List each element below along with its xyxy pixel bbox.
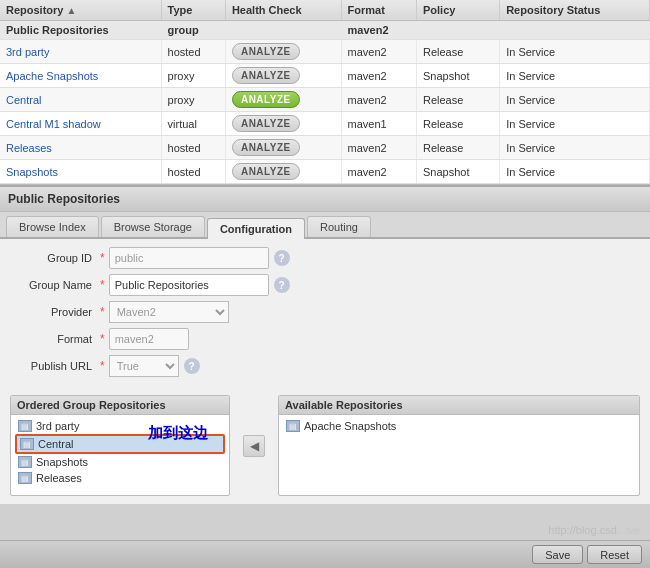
repo-item-name: Apache Snapshots: [304, 420, 396, 432]
help-icon-groupid[interactable]: ?: [274, 250, 290, 266]
group-status-cell: [500, 21, 650, 40]
row-health[interactable]: ANALYZE: [225, 160, 341, 184]
repo-icon: ▤: [18, 420, 32, 432]
watermark: http://blog.csd...ive: [548, 524, 640, 536]
footer-bar: Save Reset: [0, 540, 650, 568]
help-icon-publish[interactable]: ?: [184, 358, 200, 374]
table-row[interactable]: Central M1 shadow virtual ANALYZE maven1…: [0, 112, 650, 136]
available-panel: Available Repositories ▤Apache Snapshots: [278, 395, 640, 496]
ordered-repo-item[interactable]: ▤Snapshots: [15, 454, 225, 470]
config-form: Group ID * ? Group Name * ? Provider * M…: [0, 239, 650, 390]
group-name-row: Group Name * ?: [10, 274, 640, 296]
repo-icon: ▤: [20, 438, 34, 450]
table-row[interactable]: Apache Snapshots proxy ANALYZE maven2 Sn…: [0, 64, 650, 88]
bottom-panel: Public Repositories Browse IndexBrowse S…: [0, 185, 650, 504]
row-type: hosted: [161, 136, 225, 160]
col-repository[interactable]: Repository ▲: [0, 0, 161, 21]
group-health-cell: [225, 21, 341, 40]
row-type: proxy: [161, 64, 225, 88]
available-repo-list: ▤Apache Snapshots: [279, 415, 639, 495]
group-id-input[interactable]: [109, 247, 269, 269]
row-health[interactable]: ANALYZE: [225, 40, 341, 64]
table-row[interactable]: 3rd party hosted ANALYZE maven2 Release …: [0, 40, 650, 64]
row-format: maven2: [341, 160, 416, 184]
row-health[interactable]: ANALYZE: [225, 64, 341, 88]
repo-item-name: Releases: [36, 472, 82, 484]
ordered-panel: Ordered Group Repositories ▤3rd party▤Ce…: [10, 395, 230, 496]
tabs-bar: Browse IndexBrowse StorageConfigurationR…: [0, 212, 650, 239]
col-status: Repository Status: [500, 0, 650, 21]
tab-browse-storage[interactable]: Browse Storage: [101, 216, 205, 237]
required-star-3: *: [100, 305, 105, 319]
row-status: In Service: [500, 88, 650, 112]
format-input[interactable]: [109, 328, 189, 350]
row-format: maven2: [341, 64, 416, 88]
row-name: Snapshots: [0, 160, 161, 184]
panel-header: Public Repositories: [0, 185, 650, 212]
row-health[interactable]: ANALYZE: [225, 88, 341, 112]
repo-item-name: Central: [38, 438, 73, 450]
available-panel-header: Available Repositories: [279, 396, 639, 415]
row-health[interactable]: ANALYZE: [225, 136, 341, 160]
col-policy: Policy: [417, 0, 500, 21]
repo-item-name: Snapshots: [36, 456, 88, 468]
row-name: Apache Snapshots: [0, 64, 161, 88]
row-name: Central: [0, 88, 161, 112]
group-policy-cell: [417, 21, 500, 40]
format-label: Format: [10, 333, 100, 345]
tab-browse-index[interactable]: Browse Index: [6, 216, 99, 237]
ordered-repo-item[interactable]: ▤Central: [15, 434, 225, 454]
tab-configuration[interactable]: Configuration: [207, 218, 305, 239]
row-status: In Service: [500, 40, 650, 64]
row-format: maven1: [341, 112, 416, 136]
help-icon-groupname[interactable]: ?: [274, 277, 290, 293]
row-policy: Release: [417, 88, 500, 112]
repo-panels: Ordered Group Repositories ▤3rd party▤Ce…: [0, 390, 650, 504]
provider-select[interactable]: Maven2: [109, 301, 229, 323]
table-row-group[interactable]: Public Repositories group maven2: [0, 21, 650, 40]
ordered-repo-item[interactable]: ▤3rd party: [15, 418, 225, 434]
publish-url-select[interactable]: True: [109, 355, 179, 377]
row-type: hosted: [161, 40, 225, 64]
repo-icon: ▤: [18, 456, 32, 468]
group-name-input[interactable]: [109, 274, 269, 296]
row-policy: Snapshot: [417, 64, 500, 88]
group-id-row: Group ID * ?: [10, 247, 640, 269]
row-status: In Service: [500, 112, 650, 136]
row-status: In Service: [500, 160, 650, 184]
reset-button[interactable]: Reset: [587, 545, 642, 564]
table-row[interactable]: Central proxy ANALYZE maven2 Release In …: [0, 88, 650, 112]
available-repo-item[interactable]: ▤Apache Snapshots: [283, 418, 635, 434]
provider-row: Provider * Maven2: [10, 301, 640, 323]
row-type: hosted: [161, 160, 225, 184]
sort-arrow: ▲: [67, 5, 77, 16]
save-button[interactable]: Save: [532, 545, 583, 564]
tab-routing[interactable]: Routing: [307, 216, 371, 237]
required-star-4: *: [100, 332, 105, 346]
publish-url-row: Publish URL * True ?: [10, 355, 640, 377]
row-status: In Service: [500, 64, 650, 88]
group-type-cell: group: [161, 21, 225, 40]
required-star: *: [100, 251, 105, 265]
row-name: 3rd party: [0, 40, 161, 64]
group-id-label: Group ID: [10, 252, 100, 264]
format-row: Format *: [10, 328, 640, 350]
group-name-label: Group Name: [10, 279, 100, 291]
col-health: Health Check: [225, 0, 341, 21]
repo-icon: ▤: [18, 472, 32, 484]
row-name: Central M1 shadow: [0, 112, 161, 136]
ordered-repo-list: ▤3rd party▤Central▤Snapshots▤Releases: [11, 415, 229, 495]
move-left-btn[interactable]: ◀: [243, 435, 265, 457]
ordered-repo-item[interactable]: ▤Releases: [15, 470, 225, 486]
row-format: maven2: [341, 88, 416, 112]
row-policy: Release: [417, 136, 500, 160]
col-type: Type: [161, 0, 225, 21]
arrow-column: ◀: [240, 395, 268, 496]
table-row[interactable]: Snapshots hosted ANALYZE maven2 Snapshot…: [0, 160, 650, 184]
row-type: virtual: [161, 112, 225, 136]
publish-url-label: Publish URL: [10, 360, 100, 372]
table-row[interactable]: Releases hosted ANALYZE maven2 Release I…: [0, 136, 650, 160]
row-name: Releases: [0, 136, 161, 160]
repo-icon: ▤: [286, 420, 300, 432]
row-health[interactable]: ANALYZE: [225, 112, 341, 136]
